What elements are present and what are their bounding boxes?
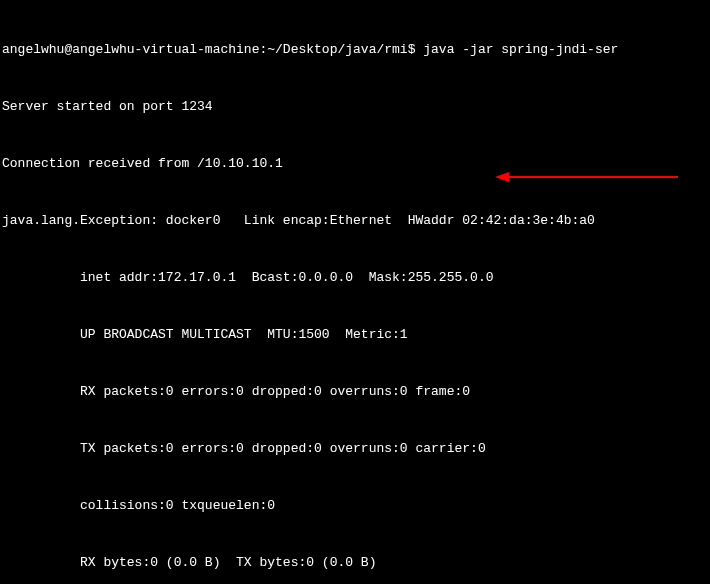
terminal-line: java.lang.Exception: docker0 Link encap:…: [2, 211, 710, 230]
terminal-line: angelwhu@angelwhu-virtual-machine:~/Desk…: [2, 40, 710, 59]
terminal-line: inet addr:172.17.0.1 Bcast:0.0.0.0 Mask:…: [2, 268, 710, 287]
annotation-arrow-icon: [495, 170, 680, 184]
terminal-line: RX bytes:0 (0.0 B) TX bytes:0 (0.0 B): [2, 553, 710, 572]
svg-marker-1: [495, 172, 509, 182]
terminal-window[interactable]: angelwhu@angelwhu-virtual-machine:~/Desk…: [0, 0, 710, 584]
terminal-line: RX packets:0 errors:0 dropped:0 overruns…: [2, 382, 710, 401]
terminal-line: TX packets:0 errors:0 dropped:0 overruns…: [2, 439, 710, 458]
terminal-line: collisions:0 txqueuelen:0: [2, 496, 710, 515]
terminal-line: UP BROADCAST MULTICAST MTU:1500 Metric:1: [2, 325, 710, 344]
terminal-line: Connection received from /10.10.10.1: [2, 154, 710, 173]
terminal-line: Server started on port 1234: [2, 97, 710, 116]
